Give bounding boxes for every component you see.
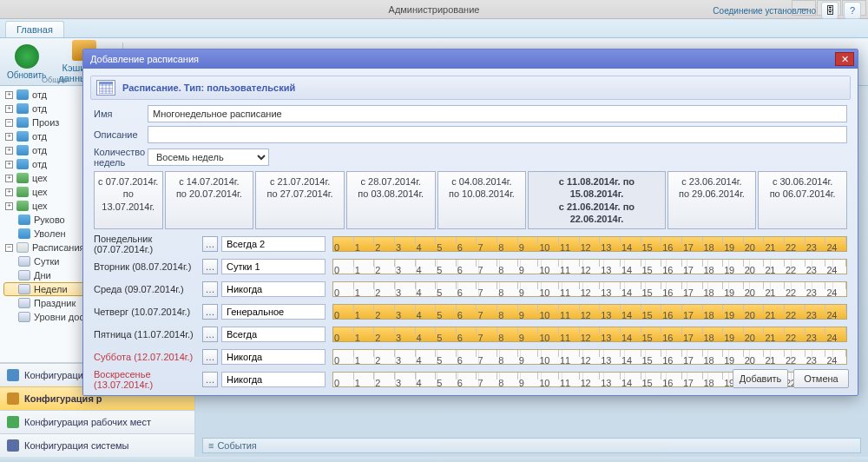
desc-input[interactable] bbox=[148, 126, 847, 143]
day-rows: Понедельник (07.07.2014г.)…0123456789101… bbox=[94, 233, 847, 391]
expander-icon[interactable]: − bbox=[5, 244, 13, 252]
day-schedule-input[interactable] bbox=[221, 349, 326, 365]
week-tab[interactable]: c 21.07.2014г.по 27.07.2014г. bbox=[255, 171, 345, 229]
weeks-count-label: Количествонедель bbox=[94, 147, 148, 168]
tree-item-label: отд bbox=[32, 89, 47, 100]
day-schedule-input[interactable] bbox=[221, 281, 326, 297]
weeks-count-select[interactable]: Восемь недель bbox=[148, 148, 269, 166]
tree-item-label: отд bbox=[32, 131, 47, 142]
week-tab[interactable]: c 04.08.2014г.по 10.08.2014г. bbox=[437, 171, 527, 229]
refresh-button[interactable]: Обновить bbox=[7, 44, 46, 80]
tree-item-label: цех bbox=[32, 187, 48, 197]
refresh-label: Обновить bbox=[7, 70, 46, 80]
folder-icon bbox=[16, 159, 29, 169]
expander-icon[interactable]: + bbox=[5, 161, 13, 168]
week-tab[interactable]: c 14.07.2014г.по 20.07.2014г. bbox=[165, 171, 254, 229]
add-button[interactable]: Добавить bbox=[733, 369, 788, 388]
week-tab[interactable]: c 23.06.2014г.по 29.06.2014г. bbox=[667, 171, 757, 229]
expander-icon[interactable]: + bbox=[5, 105, 13, 113]
nav-pane[interactable]: Конфигурация рабочих мест bbox=[0, 410, 194, 433]
tree-item-label: цех bbox=[32, 201, 48, 211]
svg-rect-1 bbox=[99, 82, 113, 84]
tree-item-label: Сутки bbox=[34, 256, 59, 267]
cancel-button[interactable]: Отмена bbox=[793, 369, 849, 388]
expander-icon[interactable]: + bbox=[5, 202, 13, 210]
day-label: Суббота (12.07.2014г.) bbox=[94, 352, 202, 362]
folder-icon bbox=[16, 242, 29, 253]
expander-icon[interactable]: + bbox=[5, 91, 13, 99]
day-timeline[interactable]: 0123456789101112131415161718192021222324 bbox=[332, 349, 847, 365]
expander-icon[interactable]: + bbox=[5, 133, 13, 141]
nav-pane-label: Конфигурация системы bbox=[24, 440, 129, 451]
day-label: Четверг (10.07.2014г.) bbox=[94, 307, 202, 317]
folder-icon bbox=[16, 131, 29, 142]
pick-schedule-button[interactable]: … bbox=[202, 349, 218, 365]
desc-label: Описание bbox=[94, 129, 148, 140]
pick-schedule-button[interactable]: … bbox=[202, 327, 218, 342]
day-label: Понедельник (07.07.2014г.) bbox=[94, 234, 202, 254]
day-label: Среда (09.07.2014г.) bbox=[94, 284, 202, 294]
day-timeline[interactable]: 0123456789101112131415161718192021222324 bbox=[332, 327, 847, 342]
pick-schedule-button[interactable]: … bbox=[202, 281, 218, 297]
ribbon-tabs: Главная Соединение установлено 🗄 ? bbox=[0, 19, 868, 38]
ribbon-group-label: Общие bbox=[42, 76, 68, 84]
day-schedule-input[interactable] bbox=[221, 372, 326, 387]
day-label: Вторник (08.07.2014г.) bbox=[94, 261, 202, 272]
tree-item-label: Недели bbox=[34, 284, 68, 294]
week-tab[interactable]: c 30.06.2014г.по 06.07.2014г. bbox=[758, 171, 847, 229]
folder-icon bbox=[18, 284, 30, 294]
pick-schedule-button[interactable]: … bbox=[202, 236, 218, 252]
tree-item-label: отд bbox=[32, 145, 47, 155]
week-tab[interactable]: c 07.07.2014г.по 13.07.2014г. bbox=[94, 171, 163, 229]
add-schedule-dialog: Добавление расписания ✕ Расписание. Тип:… bbox=[82, 49, 858, 396]
dialog-header-text: Расписание. Тип: пользовательский bbox=[122, 82, 295, 93]
folder-icon bbox=[18, 270, 30, 280]
day-timeline[interactable]: 0123456789101112131415161718192021222324 bbox=[332, 259, 847, 274]
day-schedule-input[interactable] bbox=[221, 259, 326, 274]
day-label: Пятница (11.07.2014г.) bbox=[94, 329, 202, 340]
list-icon: ≡ bbox=[208, 440, 214, 451]
nav-pane-icon bbox=[7, 369, 19, 381]
folder-icon bbox=[18, 228, 30, 239]
day-schedule-input[interactable] bbox=[221, 236, 326, 252]
schedule-icon bbox=[96, 80, 115, 96]
day-timeline[interactable]: 0123456789101112131415161718192021222324 bbox=[332, 236, 847, 252]
expander-icon[interactable]: + bbox=[5, 147, 13, 155]
day-row: Среда (09.07.2014г.)…0123456789101112131… bbox=[94, 278, 847, 300]
day-schedule-input[interactable] bbox=[221, 327, 326, 342]
folder-icon bbox=[18, 256, 30, 267]
help-icon[interactable]: ? bbox=[844, 2, 861, 19]
dialog-title: Добавление расписания bbox=[90, 54, 199, 64]
tree-item-label: цех bbox=[32, 173, 48, 183]
nav-pane-label: Конфигурация рабочих мест bbox=[24, 417, 151, 427]
expander-icon[interactable]: + bbox=[5, 175, 13, 182]
folder-icon bbox=[16, 103, 29, 114]
dialog-titlebar: Добавление расписания ✕ bbox=[83, 50, 858, 69]
name-input[interactable] bbox=[148, 105, 847, 122]
server-icon[interactable]: 🗄 bbox=[821, 2, 838, 19]
folder-icon bbox=[16, 201, 29, 211]
week-tab[interactable]: c 11.08.2014г. по 15.08.2014г.c 21.06.20… bbox=[528, 171, 665, 229]
expander-icon[interactable]: − bbox=[5, 119, 13, 127]
day-row: Суббота (12.07.2014г.)…01234567891011121… bbox=[94, 346, 847, 368]
events-bar[interactable]: ≡ События bbox=[202, 438, 861, 453]
pick-schedule-button[interactable]: … bbox=[202, 259, 218, 274]
week-tab[interactable]: c 28.07.2014г.по 03.08.2014г. bbox=[346, 171, 436, 229]
pick-schedule-button[interactable]: … bbox=[202, 372, 218, 387]
ribbon-tools: Соединение установлено 🗄 ? bbox=[713, 2, 861, 19]
tree-item-label: отд bbox=[32, 159, 47, 169]
day-row: Четверг (10.07.2014г.)…01234567891011121… bbox=[94, 300, 847, 323]
day-schedule-input[interactable] bbox=[221, 304, 326, 320]
day-timeline[interactable]: 0123456789101112131415161718192021222324 bbox=[332, 281, 847, 297]
tree-item-label: Уволен bbox=[34, 228, 66, 239]
tree-item-label: Произ bbox=[32, 117, 59, 128]
ribbon-tab-main[interactable]: Главная bbox=[5, 21, 64, 37]
expander-icon[interactable]: + bbox=[5, 188, 13, 196]
nav-pane-icon bbox=[7, 439, 19, 452]
week-tabs: c 07.07.2014г.по 13.07.2014г.c 14.07.201… bbox=[94, 171, 847, 229]
day-timeline[interactable]: 0123456789101112131415161718192021222324 bbox=[332, 304, 847, 320]
nav-pane[interactable]: Конфигурация системы bbox=[0, 433, 194, 457]
dialog-header: Расписание. Тип: пользовательский bbox=[90, 76, 851, 100]
dialog-close-button[interactable]: ✕ bbox=[835, 52, 854, 66]
pick-schedule-button[interactable]: … bbox=[202, 304, 218, 320]
